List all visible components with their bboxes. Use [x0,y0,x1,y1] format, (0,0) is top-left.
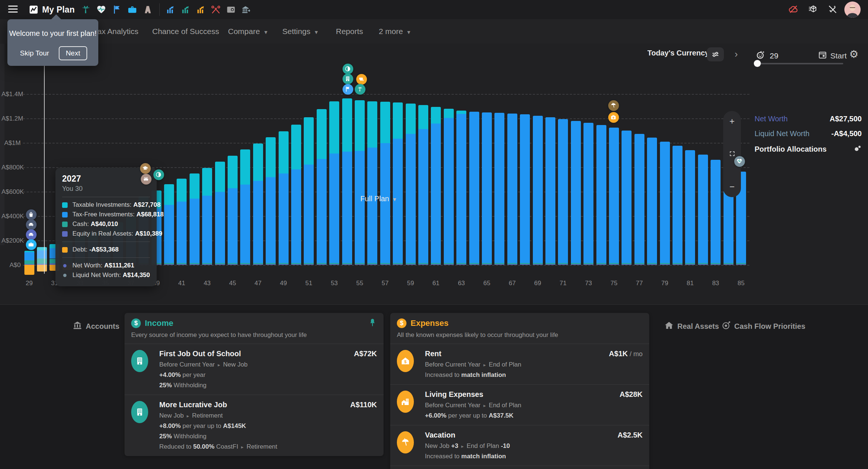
year-slider[interactable] [755,63,843,64]
scissors-chart-icon[interactable] [211,5,221,14]
net-worth-bar-age-50[interactable] [291,44,301,304]
list-item-vacation[interactable]: VacationA$2.5KNew Job +3▸End of Plan -10… [390,425,649,466]
net-worth-bar-age-77[interactable] [634,44,644,304]
net-worth-bar-age-81[interactable] [685,44,695,304]
net-worth-bar-age-51[interactable] [304,44,314,304]
milestone-building-solid-icon[interactable] [343,74,353,84]
net-worth-bar-age-71[interactable] [558,44,568,304]
net-worth-bar-age-79[interactable] [660,44,670,304]
chart-trend-icon[interactable] [181,5,190,14]
net-worth-bar-age-83[interactable] [711,44,721,304]
net-worth-bar-age-62[interactable] [444,44,454,304]
net-worth-bar-age-65[interactable] [482,44,492,304]
net-worth-bar-age-66[interactable] [494,44,504,304]
milestone-briefcase-icon[interactable] [26,239,37,250]
pin-icon[interactable] [368,318,377,327]
net-worth-bar-age-72[interactable] [571,44,581,304]
tab-compare[interactable]: Compare▼ [228,19,268,44]
net-worth-bar-age-75[interactable] [609,44,619,304]
gear-icon[interactable]: ⚙ [849,48,858,60]
chart-trend-icon[interactable] [196,5,205,14]
net-worth-bar-age-80[interactable] [673,44,683,304]
net-worth-bar-age-64[interactable] [469,44,479,304]
milestone-bag-icon[interactable] [26,209,37,220]
net-worth-bar-age-78[interactable] [647,44,657,304]
list-item-first-job-out-of-school[interactable]: First Job Out of SchoolA$72KBefore Curre… [125,344,384,395]
menu-icon[interactable] [8,6,18,14]
flag-icon[interactable] [112,5,122,14]
net-worth-bar-age-49[interactable] [279,44,289,304]
milestone-palm-tree-icon[interactable] [355,84,365,95]
net-worth-bar-age-47[interactable] [253,44,263,304]
net-worth-bar-age-41[interactable] [177,44,187,304]
card-icon[interactable] [226,5,236,14]
tab-cash-flow-priorities[interactable]: Cash Flow Priorities [721,321,805,332]
bank-arrow-icon[interactable] [241,5,251,14]
milestone-contrast-icon[interactable] [153,169,164,180]
list-item-emergency[interactable]: EmergencyA$20K [390,466,649,469]
road-icon[interactable] [143,5,153,14]
net-worth-bar-age-59[interactable] [406,44,416,304]
skip-tour-button[interactable]: Skip Tour [18,47,51,60]
tab-2-more[interactable]: 2 more▼ [379,19,411,44]
heart-pulse-icon[interactable] [96,5,106,14]
cloud-off-icon[interactable] [789,4,798,14]
list-item-rent[interactable]: $RentA$1K / moBefore Current Year▸End of… [390,344,649,384]
net-worth-bar-age-61[interactable] [431,44,441,304]
time-range-dropdown[interactable]: Full Plan▼ [353,195,405,203]
net-worth-bar-age-67[interactable] [507,44,517,304]
chart-trend-icon[interactable] [166,5,175,14]
tab-real-assets[interactable]: Real Assets [664,321,719,332]
net-worth-bar-age-70[interactable] [545,44,555,304]
cube-icon[interactable] [808,4,818,14]
avatar[interactable] [844,1,861,18]
tab-tax-analytics[interactable]: Tax Analytics [93,19,138,44]
net-worth-bar-age-69[interactable] [533,44,543,304]
net-worth-bar-age-68[interactable] [520,44,530,304]
net-worth-bar-age-46[interactable] [240,44,250,304]
year-slider-knob[interactable] [754,60,761,67]
net-worth-bar-age-30[interactable] [37,44,47,304]
tab-reports[interactable]: Reports [336,19,363,44]
net-worth-bar-age-56[interactable] [367,44,377,304]
milestone-car-icon[interactable] [26,219,37,230]
net-worth-bar-age-74[interactable] [596,44,606,304]
zoom-in-button[interactable]: + [729,117,735,126]
wand-off-icon[interactable] [828,4,837,14]
tab-settings[interactable]: Settings▼ [282,19,319,44]
milestone-contrast-icon[interactable] [343,64,353,74]
milestone-binoculars-icon[interactable] [141,174,152,185]
zoom-out-button[interactable]: − [729,182,735,191]
chevron-right-icon[interactable]: › [735,48,738,60]
next-button[interactable]: Next [59,46,87,60]
milestone-car-icon[interactable] [26,229,37,240]
net-worth-bar-age-82[interactable] [698,44,708,304]
tab-chance-of-success[interactable]: Chance of Success [152,19,219,44]
milestone-grad-cap-icon[interactable] [140,163,151,174]
net-worth-bar-age-29[interactable] [24,44,34,304]
milestone-medkit-icon[interactable] [608,112,619,123]
chart-settings-sliders-button[interactable] [707,47,724,61]
net-worth-bar-age-52[interactable] [317,44,327,304]
tab-accounts[interactable]: Accounts [73,321,119,332]
expand-button[interactable] [729,150,736,159]
net-worth-bar-age-63[interactable] [456,44,466,304]
net-worth-bar-age-43[interactable] [202,44,212,304]
net-worth-bar-age-42[interactable] [190,44,200,304]
briefcase-icon[interactable] [127,5,137,14]
net-worth-bar-age-40[interactable] [164,44,174,304]
net-worth-bar-age-57[interactable] [380,44,390,304]
milestone-beach-umbrella-icon[interactable] [608,100,619,111]
milestone-heart-pulse-icon[interactable] [734,156,745,167]
start-date-button[interactable]: Start [818,50,847,61]
net-worth-bar-age-48[interactable] [266,44,276,304]
net-worth-bar-age-45[interactable] [228,44,238,304]
milestone-heart-plus-icon[interactable] [356,74,367,85]
portfolio-allocations-row[interactable]: Portfolio Allocations [755,144,862,154]
list-item-more-lucrative-job[interactable]: More Lucrative JobA$110KNew Job▸Retireme… [125,395,384,456]
net-worth-bar-age-53[interactable] [329,44,339,304]
net-worth-bar-age-44[interactable] [215,44,225,304]
milestone-flag-icon[interactable] [343,84,353,95]
net-worth-bar-age-73[interactable] [583,44,593,304]
net-worth-bar-age-58[interactable] [393,44,403,304]
